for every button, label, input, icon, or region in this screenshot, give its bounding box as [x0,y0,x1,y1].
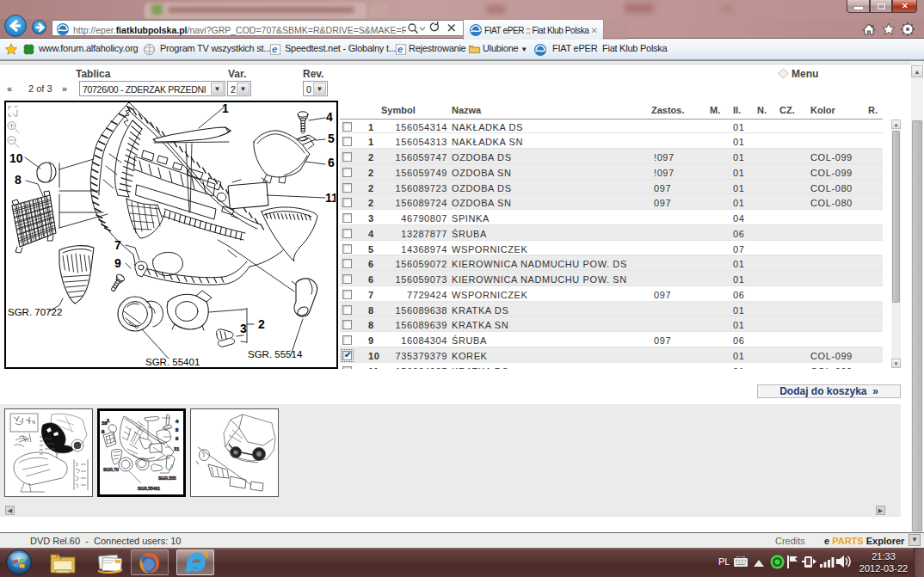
svg-text:e: e [397,44,403,54]
svg-text:2: 2 [258,317,265,331]
svg-text:5: 5 [176,427,179,433]
svg-text:SGR. 70722: SGR. 70722 [8,307,62,317]
svg-text:4: 4 [326,110,333,124]
svg-text:6: 6 [176,436,179,441]
svg-text:8: 8 [102,429,105,434]
svg-text:11: 11 [174,446,180,451]
svg-text:10: 10 [102,420,108,426]
svg-text:SGR.555: SGR.555 [158,476,176,481]
svg-text:5: 5 [328,132,335,145]
svg-text:4: 4 [176,419,179,424]
svg-text:SGR. 55514: SGR. 55514 [248,349,303,359]
svg-text:8: 8 [15,173,22,187]
svg-text:SGR.70: SGR.70 [103,467,119,472]
svg-text:1: 1 [222,102,229,115]
svg-text:7: 7 [114,238,121,252]
svg-text:SGR.55401: SGR.55401 [138,486,160,491]
svg-text:6: 6 [328,156,335,169]
svg-text:11: 11 [325,191,336,205]
svg-text:SGR. 55401: SGR. 55401 [145,357,200,366]
svg-text:3: 3 [240,322,247,335]
svg-text:e: e [272,44,277,54]
svg-text:10: 10 [9,151,23,165]
svg-text:9: 9 [114,256,121,270]
